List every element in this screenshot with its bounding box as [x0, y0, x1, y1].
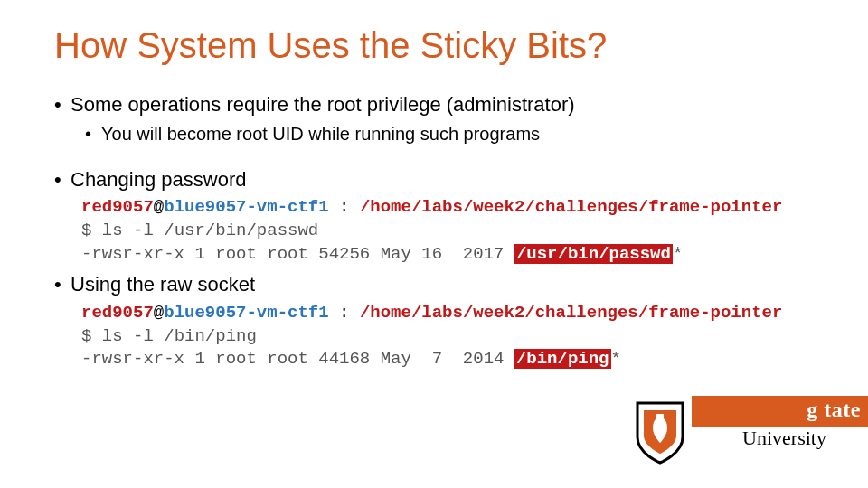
term1-at: @ — [154, 197, 164, 217]
bullet-3-text: Using the raw socket — [71, 273, 255, 296]
term1-sep: : — [329, 197, 360, 217]
term2-cmd: ls -l /bin/ping — [102, 326, 257, 346]
term1-user: red9057 — [81, 197, 154, 217]
term1-out-pre: -rwsr-xr-x 1 root root 54256 May 16 2017 — [81, 244, 514, 264]
brand-line2: University — [742, 427, 826, 450]
slide-title: How System Uses the Sticky Bits? — [54, 25, 825, 66]
term2-out-pre: -rwsr-xr-x 1 root root 44168 May 7 2014 — [81, 349, 514, 369]
term1-out-hl: /usr/bin/passwd — [514, 244, 673, 264]
brand-line1: g tate — [807, 398, 861, 421]
shield-icon — [633, 401, 687, 465]
term2-sep: : — [329, 303, 360, 323]
bullet-1a-text: You will become root UID while running s… — [101, 124, 540, 144]
bullet-list: •Some operations require the root privil… — [54, 91, 825, 371]
bullet-1a: •You will become root UID while running … — [85, 122, 825, 146]
term2-user: red9057 — [81, 303, 154, 323]
term2-prompt: $ — [81, 326, 102, 346]
bullet-2: •Changing password — [54, 166, 825, 193]
term2-host: blue9057-vm-ctf1 — [164, 303, 328, 323]
bullet-1: •Some operations require the root privil… — [54, 91, 825, 118]
university-logo: g tate University — [597, 396, 868, 468]
term1-out-post: * — [673, 244, 683, 264]
term1-cmd: ls -l /usr/bin/passwd — [102, 221, 318, 240]
term2-out-hl: /bin/ping — [514, 349, 611, 369]
term2-out-post: * — [611, 349, 621, 369]
slide: How System Uses the Sticky Bits? •Some o… — [0, 0, 868, 488]
terminal-block-1: red9057@blue9057-vm-ctf1 : /home/labs/we… — [81, 196, 825, 266]
bullet-2-text: Changing password — [71, 168, 246, 191]
term1-host: blue9057-vm-ctf1 — [164, 197, 328, 217]
bullet-3: •Using the raw socket — [54, 271, 825, 298]
terminal-block-2: red9057@blue9057-vm-ctf1 : /home/labs/we… — [81, 302, 825, 371]
svg-rect-0 — [656, 414, 664, 419]
term2-cwd: /home/labs/week2/challenges/frame-pointe… — [360, 303, 782, 323]
term2-at: @ — [154, 303, 164, 323]
term1-cwd: /home/labs/week2/challenges/frame-pointe… — [360, 197, 782, 217]
brand-text-top: g tate — [807, 398, 861, 422]
term1-prompt: $ — [81, 221, 102, 240]
bullet-1-text: Some operations require the root privile… — [71, 93, 575, 116]
